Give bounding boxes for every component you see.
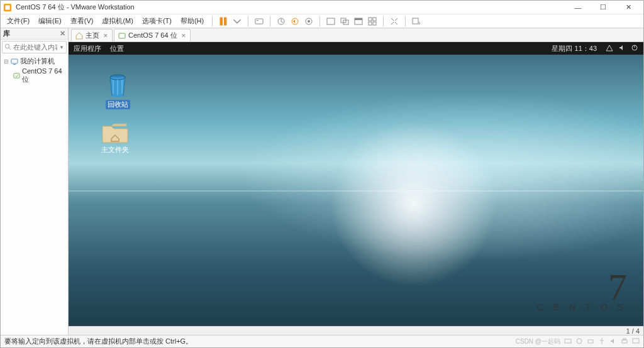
vm-tab-icon bbox=[118, 32, 126, 40]
page-indicator: 1 / 4 bbox=[626, 327, 640, 335]
pause-button[interactable] bbox=[217, 15, 230, 28]
status-cd-icon[interactable] bbox=[575, 337, 583, 346]
vmware-icon bbox=[3, 3, 12, 12]
library-tree: ⊟ 我的计算机 CentOS 7 64 位 bbox=[1, 55, 68, 335]
svg-rect-16 bbox=[373, 18, 376, 21]
search-icon bbox=[4, 43, 11, 52]
tree-root-label: 我的计算机 bbox=[20, 57, 55, 66]
status-hint: 要将输入定向到该虚拟机，请在虚拟机内部单击或按 Ctrl+G。 bbox=[4, 337, 192, 346]
library-dropdown-button[interactable] bbox=[410, 15, 423, 28]
status-display-icon[interactable] bbox=[632, 337, 640, 346]
svg-rect-4 bbox=[255, 19, 263, 24]
trash-label: 回收站 bbox=[106, 100, 130, 109]
tree-my-computer[interactable]: ⊟ 我的计算机 bbox=[2, 56, 67, 67]
svg-point-20 bbox=[5, 44, 9, 48]
sidebar-header: 库 ✕ bbox=[1, 28, 68, 40]
status-sound-icon[interactable] bbox=[609, 337, 617, 346]
svg-rect-31 bbox=[622, 340, 627, 343]
body: 库 ✕ ▼ ⊟ 我的计算机 CentOS 7 64 位 主页 ✕ CentOS … bbox=[1, 28, 643, 335]
status-net-icon[interactable] bbox=[587, 337, 594, 346]
snapshot-revert-button[interactable] bbox=[289, 15, 301, 28]
svg-rect-5 bbox=[257, 20, 258, 21]
svg-rect-14 bbox=[355, 18, 362, 20]
window-title: CentOS 7 64 位 - VMware Workstation bbox=[16, 3, 135, 12]
library-sidebar: 库 ✕ ▼ ⊟ 我的计算机 CentOS 7 64 位 bbox=[1, 28, 69, 335]
svg-rect-21 bbox=[11, 59, 18, 63]
snapshot-manager-button[interactable] bbox=[303, 15, 315, 28]
svg-rect-2 bbox=[220, 18, 223, 25]
close-button[interactable]: ✕ bbox=[616, 1, 641, 14]
gnome-clock[interactable]: 星期四 11：43 bbox=[552, 44, 597, 53]
desktop-home-folder[interactable]: 主文件夹 bbox=[95, 121, 135, 155]
menu-edit[interactable]: 编辑(E) bbox=[35, 15, 65, 27]
gnome-applications[interactable]: 应用程序 bbox=[74, 44, 101, 53]
gnome-top-bar: 应用程序 位置 星期四 11：43 bbox=[69, 42, 643, 55]
tree-collapse-icon[interactable]: ⊟ bbox=[3, 58, 9, 65]
svg-rect-24 bbox=[119, 33, 125, 38]
power-dropdown[interactable] bbox=[231, 15, 243, 28]
svg-rect-19 bbox=[413, 18, 418, 24]
tab-home[interactable]: 主页 ✕ bbox=[71, 29, 113, 41]
menu-bar: 文件(F) 编辑(E) 查看(V) 虚拟机(M) 选项卡(T) 帮助(H) bbox=[1, 14, 643, 28]
snapshot-button[interactable] bbox=[275, 15, 287, 28]
vm-console[interactable]: 应用程序 位置 星期四 11：43 回收站 bbox=[69, 42, 643, 326]
send-ctrl-alt-del-button[interactable] bbox=[253, 15, 265, 28]
trash-icon bbox=[107, 73, 128, 99]
tab-vm[interactable]: CentOS 7 64 位 ✕ bbox=[114, 29, 191, 41]
svg-rect-33 bbox=[633, 339, 639, 343]
gnome-places[interactable]: 位置 bbox=[110, 44, 124, 53]
fullscreen-button[interactable] bbox=[325, 15, 337, 28]
network-icon[interactable] bbox=[606, 44, 613, 53]
watermark: CSDN @一起码 bbox=[516, 337, 560, 346]
unity-button[interactable] bbox=[338, 15, 351, 28]
svg-rect-32 bbox=[623, 339, 626, 340]
sidebar-search[interactable]: ▼ bbox=[2, 41, 67, 53]
sidebar-close-icon[interactable]: ✕ bbox=[60, 30, 65, 38]
main-area: 主页 ✕ CentOS 7 64 位 ✕ 应用程序 位置 星期四 11：43 bbox=[69, 28, 643, 335]
svg-rect-18 bbox=[373, 22, 376, 25]
tab-home-label: 主页 bbox=[86, 31, 99, 40]
vm-icon bbox=[13, 72, 20, 80]
minimize-button[interactable]: ― bbox=[565, 1, 591, 14]
home-icon bbox=[75, 32, 83, 40]
status-usb-icon[interactable] bbox=[598, 337, 606, 346]
console-view-button[interactable] bbox=[352, 15, 365, 28]
stretch-button[interactable] bbox=[388, 15, 401, 28]
menu-vm[interactable]: 虚拟机(M) bbox=[98, 15, 137, 27]
tab-home-close-icon[interactable]: ✕ bbox=[103, 33, 108, 39]
menu-help[interactable]: 帮助(H) bbox=[177, 15, 208, 27]
status-printer-icon[interactable] bbox=[621, 337, 628, 346]
sidebar-title: 库 bbox=[3, 29, 10, 38]
tree-vm-centos[interactable]: CentOS 7 64 位 bbox=[2, 67, 67, 85]
maximize-button[interactable]: ☐ bbox=[591, 1, 616, 14]
svg-rect-17 bbox=[369, 22, 372, 25]
menu-tabs[interactable]: 选项卡(T) bbox=[138, 15, 175, 27]
svg-rect-28 bbox=[565, 339, 571, 343]
svg-rect-3 bbox=[225, 18, 227, 25]
tab-vm-close-icon[interactable]: ✕ bbox=[181, 33, 186, 39]
search-dropdown-icon[interactable]: ▼ bbox=[59, 45, 64, 50]
home-folder-label: 主文件夹 bbox=[101, 145, 129, 155]
svg-rect-22 bbox=[13, 64, 16, 65]
tree-child-label: CentOS 7 64 位 bbox=[22, 67, 67, 84]
folder-icon bbox=[101, 121, 129, 144]
vmware-window: CentOS 7 64 位 - VMware Workstation ― ☐ ✕… bbox=[0, 0, 644, 348]
svg-rect-10 bbox=[327, 18, 335, 24]
thumbnail-button[interactable] bbox=[366, 15, 379, 28]
status-hdd-icon[interactable] bbox=[564, 337, 572, 346]
computer-icon bbox=[11, 58, 18, 65]
svg-rect-23 bbox=[14, 73, 19, 77]
menu-file[interactable]: 文件(F) bbox=[3, 15, 33, 27]
centos-desktop[interactable]: 回收站 主文件夹 7 C E N T O S bbox=[69, 55, 643, 326]
desktop-trash[interactable]: 回收站 bbox=[97, 73, 138, 109]
volume-icon[interactable] bbox=[618, 44, 626, 53]
search-input[interactable] bbox=[13, 43, 57, 51]
bottom-scrollbar[interactable]: 1 / 4 bbox=[69, 326, 643, 335]
status-device-icons: CSDN @一起码 bbox=[516, 337, 640, 346]
menu-view[interactable]: 查看(V) bbox=[67, 15, 97, 27]
tab-strip: 主页 ✕ CentOS 7 64 位 ✕ bbox=[69, 28, 643, 42]
title-bar: CentOS 7 64 位 - VMware Workstation ― ☐ ✕ bbox=[1, 1, 643, 14]
power-icon[interactable] bbox=[631, 44, 638, 53]
brand-word: C E N T O S bbox=[537, 302, 627, 312]
svg-point-9 bbox=[308, 20, 310, 23]
